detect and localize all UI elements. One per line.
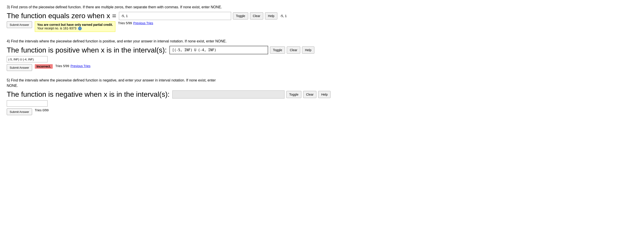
q4-part2-val: -4, INF (200, 48, 214, 52)
q4-x-var: x (101, 46, 104, 54)
q4-number: 4) (7, 39, 10, 43)
q4-part2-close: ) (214, 48, 216, 52)
q3-clear-button[interactable]: Clear (250, 12, 263, 20)
q3-info-icon: i (78, 27, 82, 30)
q5-small-input[interactable] (7, 100, 48, 106)
q3-submit-button[interactable]: Submit Answer (7, 21, 32, 28)
q3-feedback-box: You are correct but have only earned par… (35, 21, 115, 32)
q4-question-text: 4) Find the intervals where the piecewis… (7, 38, 637, 44)
q3-answer-line: The function equals zero when x = Toggle… (7, 12, 637, 20)
q4-small-input-row (7, 56, 637, 62)
q3-equals: = (112, 12, 116, 20)
q4-tries: Tries 5/99 Previous Tries (56, 64, 90, 68)
q4-label-suffix: is in the interval(s): (106, 46, 167, 54)
q5-clear-button[interactable]: Clear (303, 91, 316, 98)
q3-question-text: 3) Find zeros of the piecewise defined f… (7, 4, 637, 10)
q4-submit-row: Submit Answer Incorrect. Tries 5/99 Prev… (7, 64, 637, 71)
question-5: 5) Find the intervals where the piecewis… (7, 78, 637, 115)
q5-tries-text: Tries 0/99 (35, 108, 49, 112)
q3-help-button[interactable]: Help (265, 12, 277, 20)
q5-tries: Tries 0/99 (35, 108, 49, 112)
q3-answer-input[interactable] (119, 12, 231, 20)
q4-part2-open: ( (198, 48, 200, 52)
q4-label: The function is positive when x is in th… (7, 46, 167, 54)
q5-text: Find the intervals where the piecewise d… (11, 78, 216, 82)
q4-answer-line: The function is positive when x is in th… (7, 46, 637, 54)
q4-tries-text: Tries 5/99 (56, 64, 69, 68)
q5-answer-input[interactable] (172, 90, 284, 98)
q4-part1-val: -5, INF (176, 48, 190, 52)
q5-small-input-row (7, 100, 637, 106)
q3-feedback-bold-text: You are correct but have only earned par… (37, 23, 113, 26)
q5-number: 5) (7, 78, 10, 82)
q4-submit-button[interactable]: Submit Answer (7, 64, 32, 71)
q5-label-text: The function is negative when (7, 90, 102, 98)
q3-feedback-normal: Your receipt no. is 161-9373 i (37, 26, 113, 30)
q3-tries: Tries 5/99 Previous Tries (118, 21, 153, 25)
q3-label: The function equals zero when x = (7, 12, 116, 20)
q3-prev-tries-link[interactable]: Previous Tries (133, 21, 153, 25)
q5-toggle-button[interactable]: Toggle (286, 91, 301, 98)
q5-x-var: x (104, 90, 107, 98)
q3-feedback-bold: You are correct but have only earned par… (37, 23, 113, 26)
question-3: 3) Find zeros of the piecewise defined f… (7, 4, 637, 32)
q3-feedback-normal-text: Your receipt no. is 161-9373 (37, 26, 76, 30)
q3-tries-text: Tries 5/99 (118, 21, 132, 25)
q4-toggle-button[interactable]: Toggle (270, 46, 285, 54)
q3-display-value: -5, 1 (280, 14, 287, 18)
q4-text: Find the intervals where the piecewise d… (11, 39, 227, 43)
q5-help-button[interactable]: Help (318, 91, 330, 98)
q3-toggle-button[interactable]: Toggle (233, 12, 248, 20)
q5-label-suffix: is in the interval(s): (109, 90, 170, 98)
q5-submit-button[interactable]: Submit Answer (7, 108, 32, 115)
q4-incorrect-badge: Incorrect. (35, 64, 53, 69)
q4-clear-button[interactable]: Clear (287, 46, 300, 54)
q4-help-button[interactable]: Help (302, 46, 314, 54)
q5-label: The function is negative when x is in th… (7, 90, 170, 98)
q4-small-input[interactable] (7, 56, 48, 62)
q3-submit-row: Submit Answer You are correct but have o… (7, 21, 637, 32)
q4-prev-tries-link[interactable]: Previous Tries (70, 64, 90, 68)
q5-question-text: 5) Find the intervals where the piecewis… (7, 78, 637, 88)
q4-label-text: The function is positive when (7, 46, 99, 54)
q4-part1-close: ) (190, 48, 192, 52)
q4-part1-open: ( (174, 48, 176, 52)
q4-open-bracket: [ (172, 48, 174, 52)
q3-x-var: x (106, 12, 110, 20)
q3-text: Find zeros of the piecewise defined func… (11, 5, 222, 9)
question-4: 4) Find the intervals where the piecewis… (7, 38, 637, 71)
q3-number: 3) (7, 5, 10, 9)
q5-answer-line: The function is negative when x is in th… (7, 90, 637, 98)
q3-label-text: The function equals zero when (7, 12, 104, 20)
q5-submit-row: Submit Answer Tries 0/99 (7, 108, 637, 115)
q5-text2: NONE. (7, 84, 18, 88)
q4-union: U (194, 48, 196, 52)
q4-interval-display: [ ( -5, INF ) U ( -4, INF ) (170, 46, 268, 54)
